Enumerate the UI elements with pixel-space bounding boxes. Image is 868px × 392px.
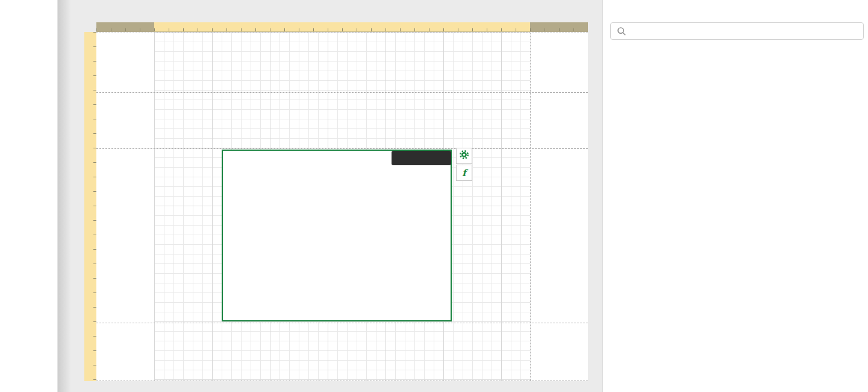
left-margin-ruler-segment xyxy=(96,22,154,32)
vertical-ruler xyxy=(84,32,96,381)
fx-icon: f xyxy=(462,168,466,179)
right-margin-ruler-segment xyxy=(530,22,588,32)
right-margin-edge xyxy=(530,33,531,381)
report-designer: f xyxy=(0,0,868,392)
search-box[interactable] xyxy=(610,22,864,40)
page-top-edge xyxy=(96,33,588,33)
page-bottom-edge xyxy=(96,381,588,381)
smart-tag-button[interactable] xyxy=(456,148,472,164)
band-separator-topmargin[interactable] xyxy=(96,92,588,93)
design-canvas: f xyxy=(58,0,602,392)
expression-button[interactable]: f xyxy=(456,165,472,181)
design-surface[interactable]: f xyxy=(96,32,588,381)
band-strip xyxy=(69,32,84,381)
run-designer-button[interactable] xyxy=(392,151,451,165)
gear-icon xyxy=(459,150,469,162)
toolbox xyxy=(0,0,58,392)
band-separator-reportheader[interactable] xyxy=(96,148,588,149)
search-icon xyxy=(617,27,626,36)
band-separator-detail[interactable] xyxy=(96,323,588,323)
search-input[interactable] xyxy=(632,27,863,36)
chart-control[interactable] xyxy=(222,150,452,321)
field-list-panel xyxy=(602,0,868,392)
horizontal-ruler xyxy=(96,22,588,32)
